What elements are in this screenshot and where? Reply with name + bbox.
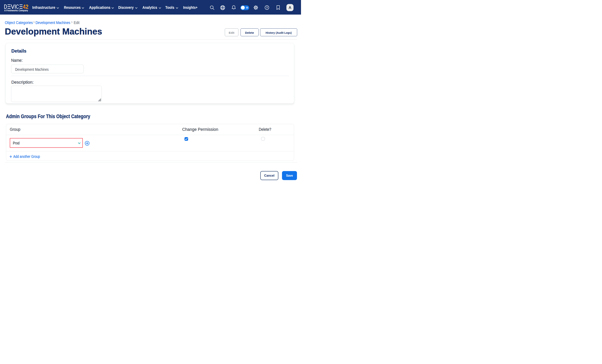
svg-text:?: ?	[266, 6, 268, 9]
svg-text:42: 42	[23, 4, 28, 10]
svg-text:A Freshworks Company: A Freshworks Company	[4, 9, 28, 12]
